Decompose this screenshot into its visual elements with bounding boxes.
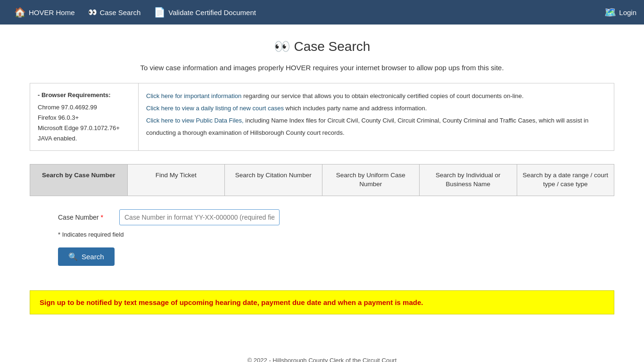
important-info-link[interactable]: Click here for important information xyxy=(146,92,241,99)
search-tabs: Search by Case Number Find My Ticket Sea… xyxy=(30,164,614,196)
nav-home[interactable]: 🏠 HOVER Home xyxy=(8,0,82,25)
required-star: * xyxy=(100,214,103,221)
eyes-icon-nav: 👀 xyxy=(88,8,97,16)
public-data-link[interactable]: Click here to view Public Data Files, xyxy=(146,117,244,124)
daily-listing-link[interactable]: Click here to view a daily listing of ne… xyxy=(146,105,284,112)
nav-validate-label: Validate Certified Document xyxy=(168,8,256,16)
tab-citation-number[interactable]: Search by Citation Number xyxy=(225,165,322,196)
notification-banner[interactable]: Sign up to be notified by text message o… xyxy=(30,290,614,314)
page-title: 👀 Case Search xyxy=(30,39,614,54)
search-icon: 🔍 xyxy=(68,252,78,261)
browser-requirements: - Browser Requirements: Chrome 97.0.4692… xyxy=(30,83,139,150)
browser-reqs-title: - Browser Requirements: xyxy=(38,90,131,100)
eyes-icon-heading: 👀 xyxy=(274,39,290,54)
tab-uniform-case[interactable]: Search by Uniform Case Number xyxy=(322,165,420,196)
nav-login-label: Login xyxy=(619,8,636,16)
search-form: Case Number * * Indicates required field… xyxy=(30,209,614,275)
info-link-1: Click here for important information reg… xyxy=(146,90,606,102)
navbar: 🏠 HOVER Home 👀 Case Search 📄 Validate Ce… xyxy=(0,0,644,25)
notify-text: Sign up to be notified by text message o… xyxy=(40,298,423,306)
nav-validate[interactable]: 📄 Validate Certified Document xyxy=(147,0,263,25)
tab-case-number[interactable]: Search by Case Number xyxy=(30,165,128,196)
popup-notice: To view case information and images prop… xyxy=(30,64,614,72)
info-box: - Browser Requirements: Chrome 97.0.4692… xyxy=(30,83,614,151)
tab-date-range[interactable]: Search by a date range / court type / ca… xyxy=(517,165,614,196)
search-button-label: Search xyxy=(82,253,104,261)
validate-icon: 📄 xyxy=(154,7,165,18)
nav-login[interactable]: 🗺️ Login xyxy=(604,7,636,18)
info-links: Click here for important information reg… xyxy=(139,83,614,150)
case-number-label: Case Number * xyxy=(58,214,119,221)
tab-find-ticket[interactable]: Find My Ticket xyxy=(128,165,225,196)
chrome-version: Chrome 97.0.4692.99 xyxy=(38,102,131,113)
case-number-input[interactable] xyxy=(119,209,280,225)
firefox-version: Firefox 96.0.3+ xyxy=(38,113,131,123)
tab-individual-business[interactable]: Search by Individual or Business Name xyxy=(420,165,517,196)
nav-home-label: HOVER Home xyxy=(29,8,75,16)
main-content: 👀 Case Search To view case information a… xyxy=(20,25,624,333)
home-icon: 🏠 xyxy=(14,7,26,18)
case-number-row: Case Number * xyxy=(58,209,614,225)
footer: © 2022 - Hillsborough County Clerk of th… xyxy=(0,357,644,362)
login-icon: 🗺️ xyxy=(604,7,616,18)
edge-version: Microsoft Edge 97.0.1072.76+ xyxy=(38,123,131,133)
nav-case-search[interactable]: 👀 Case Search xyxy=(82,0,148,25)
nav-case-search-label: Case Search xyxy=(100,8,141,16)
footer-text: © 2022 - Hillsborough County Clerk of th… xyxy=(248,357,397,362)
info-link-2: Click here to view a daily listing of ne… xyxy=(146,102,606,115)
info-link-3: Click here to view Public Data Files, in… xyxy=(146,115,606,139)
required-note: * Indicates required field xyxy=(58,231,614,238)
java-enabled: JAVA enabled. xyxy=(38,133,131,144)
search-button[interactable]: 🔍 Search xyxy=(58,247,115,266)
